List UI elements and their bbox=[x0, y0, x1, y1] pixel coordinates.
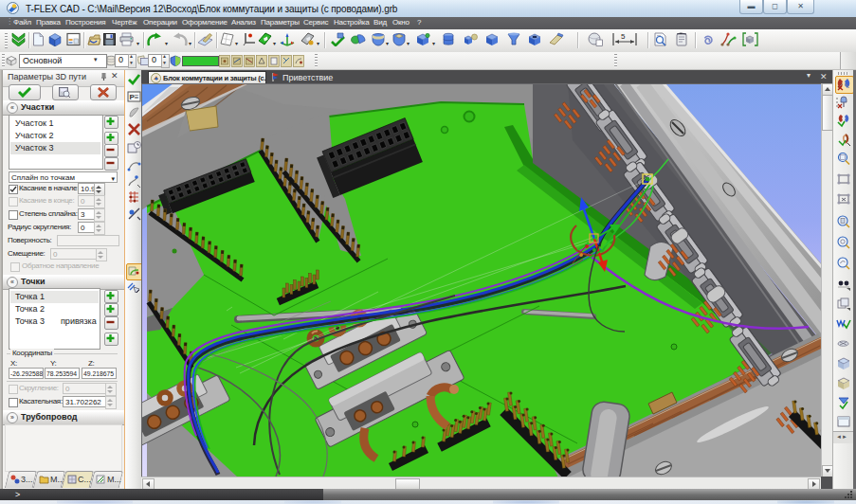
svg-text:P≡: P≡ bbox=[130, 93, 139, 101]
svg-text:5: 5 bbox=[621, 32, 626, 41]
